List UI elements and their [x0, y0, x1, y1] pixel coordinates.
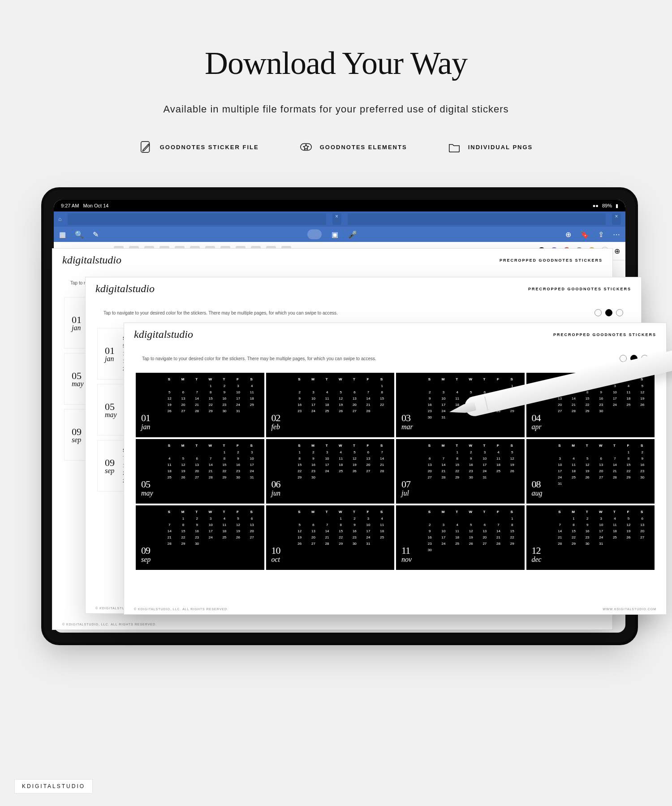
tab-document[interactable]: [68, 213, 326, 225]
copyright: © KDIGITALSTUDIO, LLC. ALL RIGHTS RESERV…: [134, 608, 228, 611]
mini-calendar-oct[interactable]: 10octSMTWTFS1234567891011121314151617181…: [266, 505, 395, 570]
svg-rect-0: [141, 142, 150, 152]
format-label: GOODNOTES STICKER FILE: [160, 144, 259, 151]
sheet-tag: PRECROPPED GOODNOTES STICKERS: [528, 287, 631, 291]
site-link: WWW.KDIGITALSTUDIO.COM: [603, 608, 656, 611]
formats-row: GOODNOTES STICKER FILE GOODNOTES ELEMENT…: [0, 140, 672, 154]
brand-label: kdigitalstudio: [95, 283, 155, 295]
format-individual-pngs: INDIVIDUAL PNGS: [448, 140, 533, 154]
tab-close[interactable]: ×: [332, 213, 341, 225]
status-time: 9:27 AM: [61, 203, 79, 208]
mini-calendar-dec[interactable]: 12decSMTWTFS1234567891011121314151617181…: [526, 505, 655, 570]
page-subtitle: Available in multiple file formats for y…: [0, 103, 672, 115]
brand-label: kdigitalstudio: [62, 254, 121, 266]
lasso-icon[interactable]: ✎: [93, 230, 99, 239]
format-goodnotes-sticker: GOODNOTES STICKER FILE: [139, 140, 259, 154]
color-variant-dot[interactable]: [594, 309, 602, 316]
folder-icon: [448, 140, 461, 154]
battery-icon: ▮: [616, 203, 618, 209]
grid-icon[interactable]: ▦: [59, 230, 66, 239]
format-label: GOODNOTES ELEMENTS: [320, 144, 407, 151]
draw-pill-icon[interactable]: [307, 229, 322, 239]
mini-calendar-aug[interactable]: 08augSMTWTFS1234567891011121314151617181…: [526, 439, 655, 504]
copyright: © KDIGITALSTUDIO, LLC. ALL RIGHTS RESERV…: [62, 623, 157, 626]
search-icon[interactable]: 🔍: [75, 230, 84, 239]
color-add-icon[interactable]: ⊕: [614, 247, 620, 255]
sheet-tag: PRECROPPED GOODNOTES STICKERS: [553, 332, 656, 337]
mini-calendar-sep[interactable]: 09sepSMTWTFS1234567891011121314151617181…: [136, 505, 264, 570]
mini-calendar-nov[interactable]: 11novSMTWTFS1234567891011121314151617181…: [396, 505, 525, 570]
image-icon[interactable]: ▣: [332, 230, 338, 239]
app-tabbar: ⌂ × ×: [54, 211, 625, 227]
page-pencil-icon: [139, 140, 153, 154]
mini-calendar-jun[interactable]: 06junSMTWTFS1234567891011121314151617181…: [266, 439, 395, 504]
format-label: INDIVIDUAL PNGS: [468, 144, 533, 151]
helper-text: Tap to navigate to your desired color fo…: [103, 310, 338, 315]
status-date: Mon Oct 14: [83, 203, 109, 208]
mini-calendar-jan[interactable]: 01janSMTWTFS1234567891011121314151617181…: [136, 373, 264, 437]
sheet-tag: PRECROPPED GOODNOTES STICKERS: [500, 258, 603, 263]
color-variant-dot-active[interactable]: [605, 309, 612, 316]
bookmark-icon[interactable]: 🔖: [580, 230, 589, 239]
share-icon[interactable]: ⇪: [598, 230, 604, 239]
mini-calendar-jul[interactable]: 07julSMTWTFS1234567891011121314151617181…: [396, 439, 525, 504]
tab-close[interactable]: ×: [612, 213, 621, 225]
helper-text: Tap to navigate to your desired color fo…: [142, 356, 376, 361]
watermark-badge: KDIGITALSTUDIO: [14, 779, 93, 793]
home-icon[interactable]: ⌂: [58, 216, 61, 222]
add-page-icon[interactable]: ⊕: [565, 230, 571, 239]
sticker-sheet-front: kdigitalstudio PRECROPPED GOODNOTES STIC…: [124, 323, 667, 615]
mini-calendar-feb[interactable]: 02febSMTWTFS1234567891011121314151617181…: [266, 373, 395, 437]
color-variant-dot[interactable]: [616, 309, 623, 316]
more-icon[interactable]: ⋯: [613, 230, 620, 239]
mini-calendar-may[interactable]: 05maySMTWTFS1234567891011121314151617181…: [136, 439, 264, 504]
format-goodnotes-elements: GOODNOTES ELEMENTS: [299, 140, 407, 154]
brand-label: kdigitalstudio: [134, 328, 193, 341]
star-badge-icon: [299, 140, 313, 154]
page-title: Download Your Way: [0, 45, 672, 82]
ipad-statusbar: 9:27 AM Mon Oct 14 ●● 89% ▮: [54, 200, 625, 211]
battery-percent: 89%: [602, 203, 612, 208]
app-toolbar: ▦ 🔍 ✎ ▣ 🎤 ⊕ 🔖 ⇪ ⋯: [54, 227, 625, 242]
wifi-icon: ●●: [593, 203, 599, 208]
mic-icon[interactable]: 🎤: [348, 230, 357, 239]
tab-document[interactable]: [348, 213, 606, 225]
